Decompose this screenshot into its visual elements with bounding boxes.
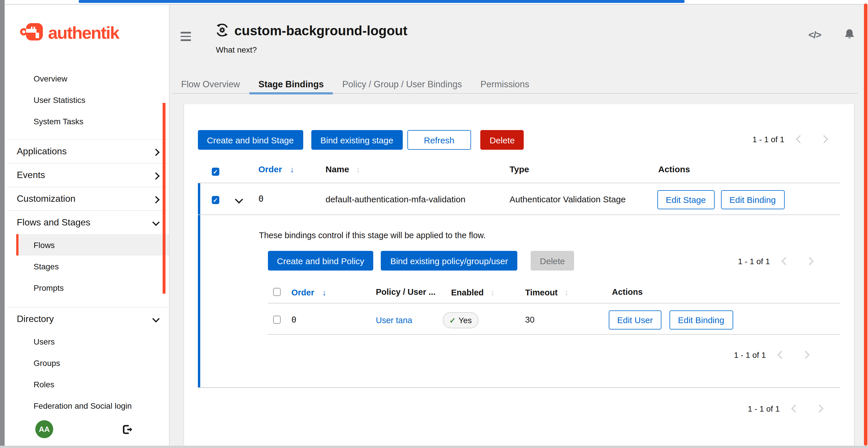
pagination-top: 1 - 1 of 1: [752, 135, 827, 144]
nested-column-header-enabled[interactable]: Enabled↕: [451, 287, 495, 298]
pagination-next-button[interactable]: [803, 352, 808, 358]
chevron-down-icon: [152, 218, 159, 226]
tab-divider: [172, 93, 858, 94]
nested-column-header-timeout[interactable]: Timeout↕: [525, 287, 568, 298]
pagination-prev-button[interactable]: [783, 259, 788, 264]
chevron-right-icon: [152, 148, 159, 156]
sidebar-section-directory[interactable]: Directory: [7, 307, 169, 331]
header-icons: </>: [808, 29, 855, 42]
sidebar-section-applications[interactable]: Applications: [7, 139, 169, 163]
sort-both-icon: ↕: [564, 288, 568, 297]
pagination-next-button[interactable]: [816, 406, 822, 412]
delete-button[interactable]: Delete: [480, 130, 524, 150]
column-header-name[interactable]: Name↕: [326, 164, 360, 175]
sidebar-item-prompts[interactable]: Prompts: [16, 277, 169, 298]
sort-desc-icon: ↓: [322, 288, 327, 297]
pagination-next-button[interactable]: [807, 259, 812, 264]
pagination-prev-button[interactable]: [793, 406, 798, 412]
row-checkbox[interactable]: ✓: [212, 196, 219, 204]
nested-select-all-checkbox[interactable]: [273, 288, 281, 296]
sidebar: authentik Overview User Statistics Syste…: [5, 5, 169, 446]
edit-stage-button[interactable]: Edit Stage: [657, 190, 714, 209]
pagination-prev-button[interactable]: [779, 352, 784, 358]
page-title: custom-background-logout: [235, 23, 407, 39]
nested-column-header-actions: Actions: [612, 287, 643, 297]
pagination-prev-button[interactable]: [797, 137, 803, 142]
expanded-row-accent-bar: [197, 183, 200, 387]
logout-icon[interactable]: [123, 425, 133, 437]
nested-column-header-order[interactable]: Order↓: [291, 287, 327, 298]
page-subtitle: What next?: [216, 45, 257, 54]
brand-wordmark: authentik: [48, 24, 119, 42]
chevron-down-icon: [152, 315, 159, 322]
tab-bar: Flow Overview Stage Bindings Policy / Gr…: [172, 75, 538, 94]
tab-flow-overview[interactable]: Flow Overview: [172, 75, 249, 94]
row-order-value: 0: [258, 194, 264, 204]
sidebar-item-system-tasks[interactable]: System Tasks: [16, 110, 169, 132]
edit-binding-button[interactable]: Edit Binding: [721, 190, 784, 209]
create-and-bind-policy-button[interactable]: Create and bind Policy: [268, 251, 374, 271]
nested-row-timeout-value: 30: [525, 315, 534, 324]
refresh-button[interactable]: Refresh: [407, 130, 471, 150]
pagination-label: 1 - 1 of 1: [752, 135, 784, 144]
nested-row-divider: [268, 334, 840, 335]
api-browser-icon[interactable]: </>: [808, 30, 821, 41]
column-header-actions: Actions: [658, 164, 690, 174]
stage-toolbar: Create and bind Stage Bind existing stag…: [197, 130, 524, 150]
column-header-order[interactable]: Order↓: [258, 164, 294, 175]
row-type-value: Authenticator Validation Stage: [509, 194, 625, 204]
row-divider: [197, 214, 840, 215]
sidebar-item-roles[interactable]: Roles: [16, 373, 169, 395]
avatar[interactable]: AA: [35, 420, 53, 438]
nested-row-order-value: 0: [291, 315, 296, 324]
app-root: authentik Overview User Statistics Syste…: [0, 0, 868, 448]
nested-column-header-policy-user: Policy / User ...: [376, 287, 435, 297]
sidebar-item-flows[interactable]: Flows: [16, 234, 169, 255]
row-name-value: default-authentication-mfa-validation: [326, 194, 466, 204]
policy-delete-button-disabled[interactable]: Delete: [531, 251, 574, 271]
chevron-right-icon: [152, 172, 159, 179]
flow-process-icon: [216, 24, 228, 38]
brand-logo[interactable]: authentik: [20, 22, 119, 44]
sidebar-item-overview[interactable]: Overview: [16, 68, 169, 89]
top-accent-bar: [79, 0, 685, 3]
bind-existing-stage-button[interactable]: Bind existing stage: [311, 130, 402, 150]
policy-toolbar: Create and bind Policy Bind existing pol…: [268, 251, 574, 271]
window-bottom-edge: [0, 446, 868, 448]
edit-user-button[interactable]: Edit User: [609, 310, 661, 330]
nested-edit-binding-button[interactable]: Edit Binding: [669, 310, 733, 330]
sidebar-section-customization[interactable]: Customization: [7, 187, 169, 210]
page-scrollbar[interactable]: [864, 3, 867, 446]
sidebar-toggle-button[interactable]: [181, 32, 191, 41]
notifications-bell-icon[interactable]: [844, 29, 855, 42]
bindings-description: These bindings control if this stage wil…: [259, 231, 486, 240]
tab-stage-bindings[interactable]: Stage Bindings: [249, 75, 333, 94]
select-all-checkbox[interactable]: ✓: [212, 168, 219, 175]
pagination-policies-bottom: 1 - 1 of 1: [734, 350, 808, 359]
check-icon: ✓: [450, 316, 456, 324]
pagination-label: 1 - 1 of 1: [738, 257, 770, 266]
nested-table-header-divider: [268, 303, 840, 304]
main-area: custom-background-logout What next? </> …: [169, 5, 868, 446]
tab-permissions[interactable]: Permissions: [471, 75, 538, 94]
pagination-next-button[interactable]: [821, 137, 827, 142]
row-collapse-chevron-icon[interactable]: [235, 195, 243, 204]
enabled-status-badge: ✓ Yes: [442, 312, 479, 328]
user-tana-link[interactable]: User tana: [376, 316, 412, 325]
sidebar-item-federation-social-login[interactable]: Federation and Social login: [16, 395, 169, 416]
sidebar-item-users[interactable]: Users: [16, 331, 169, 352]
sidebar-section-flows-and-stages[interactable]: Flows and Stages: [7, 210, 169, 234]
create-and-bind-stage-button[interactable]: Create and bind Stage: [197, 130, 303, 150]
pagination-bottom: 1 - 1 of 1: [748, 404, 822, 413]
sort-desc-icon: ↓: [290, 165, 294, 174]
sidebar-scrollbar[interactable]: [163, 103, 165, 294]
nested-row-checkbox[interactable]: [273, 316, 281, 323]
sidebar-item-groups[interactable]: Groups: [16, 352, 169, 373]
sidebar-item-user-statistics[interactable]: User Statistics: [16, 89, 169, 110]
bind-existing-policy-button[interactable]: Bind existing policy/group/user: [381, 251, 517, 271]
tab-policy-group-user-bindings[interactable]: Policy / Group / User Bindings: [333, 75, 471, 94]
sidebar-user-area: AA: [5, 420, 169, 439]
window-left-edge: [0, 0, 5, 448]
sidebar-item-stages[interactable]: Stages: [16, 255, 169, 277]
sidebar-section-events[interactable]: Events: [7, 163, 169, 187]
